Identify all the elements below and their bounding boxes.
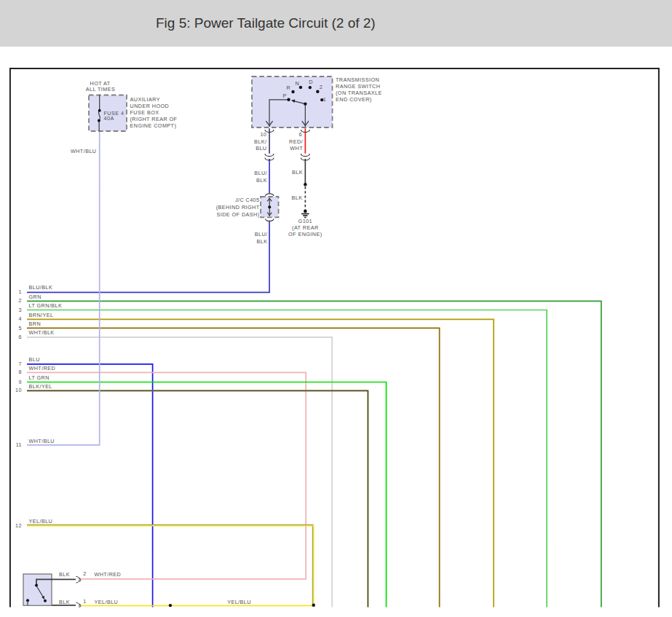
svg-text:BLK: BLK bbox=[59, 599, 70, 605]
svg-text:BLK: BLK bbox=[256, 177, 267, 184]
svg-text:BLU: BLU bbox=[256, 145, 266, 152]
svg-text:BRN/YEL: BRN/YEL bbox=[29, 312, 54, 318]
svg-text:YEL/BLU: YEL/BLU bbox=[227, 599, 251, 605]
svg-text:BLK/: BLK/ bbox=[254, 138, 266, 145]
svg-text:YEL/BLU: YEL/BLU bbox=[29, 518, 53, 524]
svg-text:40A: 40A bbox=[104, 115, 114, 122]
svg-text:WHT/RED: WHT/RED bbox=[95, 571, 122, 578]
svg-text:YEL/BLU: YEL/BLU bbox=[95, 599, 119, 605]
svg-text:9: 9 bbox=[19, 379, 22, 385]
svg-text:ENGINE COMPT): ENGINE COMPT) bbox=[130, 122, 177, 129]
svg-text:GRN: GRN bbox=[29, 294, 41, 300]
svg-text:2: 2 bbox=[320, 84, 323, 90]
svg-text:10: 10 bbox=[260, 131, 266, 138]
svg-text:BLU/: BLU/ bbox=[255, 231, 268, 237]
svg-text:WHT/RED: WHT/RED bbox=[29, 365, 56, 372]
svg-text:RANGE SWITCH: RANGE SWITCH bbox=[336, 83, 380, 90]
svg-text:BLU/: BLU/ bbox=[254, 170, 267, 176]
svg-text:BLK: BLK bbox=[292, 169, 303, 176]
svg-text:ALL TIMES: ALL TIMES bbox=[86, 86, 115, 93]
svg-text:D: D bbox=[309, 79, 313, 85]
svg-text:WHT/BLK: WHT/BLK bbox=[29, 329, 55, 336]
svg-text:4: 4 bbox=[19, 315, 22, 322]
svg-text:1: 1 bbox=[19, 288, 22, 295]
svg-text:BLK: BLK bbox=[59, 571, 70, 578]
svg-text:AUXILIARY: AUXILIARY bbox=[130, 96, 160, 103]
svg-text:OF ENGINE): OF ENGINE) bbox=[288, 231, 322, 237]
svg-text:BLU: BLU bbox=[29, 356, 40, 363]
svg-text:11: 11 bbox=[16, 441, 22, 448]
svg-text:R: R bbox=[286, 85, 290, 91]
svg-text:1: 1 bbox=[83, 598, 86, 605]
svg-text:G101: G101 bbox=[299, 218, 312, 224]
svg-text:LT GRN/BLK: LT GRN/BLK bbox=[29, 302, 63, 309]
svg-text:BLK: BLK bbox=[292, 194, 303, 201]
svg-text:N: N bbox=[296, 80, 300, 87]
svg-text:3: 3 bbox=[19, 307, 22, 313]
svg-text:TRANSMISSION: TRANSMISSION bbox=[336, 76, 379, 83]
svg-text:10: 10 bbox=[15, 387, 22, 393]
svg-text:BRN: BRN bbox=[29, 321, 41, 327]
svg-text:6: 6 bbox=[19, 334, 22, 340]
svg-text:RED/: RED/ bbox=[289, 138, 303, 145]
svg-text:UNDER HOOD: UNDER HOOD bbox=[130, 103, 170, 109]
svg-text:12: 12 bbox=[15, 522, 22, 529]
svg-text:7: 7 bbox=[19, 361, 22, 367]
svg-text:5: 5 bbox=[19, 325, 22, 331]
svg-text:FUSE BOX: FUSE BOX bbox=[130, 109, 159, 116]
svg-text:(RIGHT REAR OF: (RIGHT REAR OF bbox=[130, 116, 178, 122]
svg-text:WHT: WHT bbox=[290, 145, 303, 152]
svg-text:8: 8 bbox=[19, 369, 22, 375]
svg-text:WHT/BLU: WHT/BLU bbox=[29, 438, 55, 444]
svg-text:BLK/YEL: BLK/YEL bbox=[29, 383, 52, 390]
svg-text:P: P bbox=[282, 93, 286, 99]
svg-text:LT GRN: LT GRN bbox=[29, 374, 50, 381]
svg-text:(ON TRANSAXLE: (ON TRANSAXLE bbox=[336, 90, 382, 96]
svg-text:(BEHIND RIGHT: (BEHIND RIGHT bbox=[216, 204, 260, 211]
svg-text:BLK: BLK bbox=[257, 238, 268, 245]
svg-text:WHT/BLU: WHT/BLU bbox=[71, 148, 97, 154]
svg-text:J/C C405: J/C C405 bbox=[235, 197, 260, 203]
svg-text:2: 2 bbox=[83, 570, 86, 577]
svg-text:SIDE OF DASH): SIDE OF DASH) bbox=[217, 211, 260, 218]
svg-text:END COVER): END COVER) bbox=[336, 96, 372, 103]
svg-text:BLU/BLK: BLU/BLK bbox=[29, 284, 53, 291]
svg-text:1: 1 bbox=[323, 96, 326, 103]
svg-text:2: 2 bbox=[19, 297, 22, 304]
svg-text:6: 6 bbox=[299, 131, 302, 138]
